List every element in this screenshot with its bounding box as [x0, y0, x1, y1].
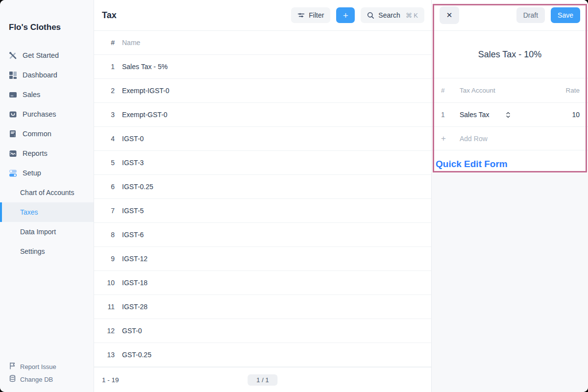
table-row[interactable]: 10IGST-18: [94, 271, 431, 295]
row-index: 13: [102, 351, 115, 359]
tax-list-page: Tax Filter + Search ⌘ K: [94, 0, 431, 392]
quick-edit-header: ✕ Draft Save: [432, 0, 588, 31]
row-name: Exempt-GST-0: [122, 111, 168, 119]
table-row[interactable]: 3Exempt-GST-0: [94, 103, 431, 127]
add-tax-button[interactable]: +: [336, 7, 355, 23]
table-row[interactable]: 9IGST-12: [94, 247, 431, 271]
sidebar-item-settings[interactable]: Settings: [0, 242, 94, 261]
row-name: GST-0.25: [122, 351, 151, 359]
sales-icon: [9, 91, 17, 99]
sidebar-item-get-started[interactable]: Get Started: [0, 46, 94, 65]
row-index: 11: [102, 303, 115, 311]
detail-row-index: 1: [441, 111, 460, 119]
row-index: 1: [102, 63, 115, 71]
table-row[interactable]: 7IGST-5: [94, 199, 431, 223]
column-name: Name: [122, 39, 140, 47]
sidebar-item-dashboard[interactable]: Dashboard: [0, 65, 94, 85]
setup-icon: [9, 169, 17, 177]
purchases-icon: [9, 110, 17, 119]
table-row[interactable]: 12GST-0: [94, 319, 431, 343]
row-index: 12: [102, 327, 115, 335]
row-name: IGST-12: [122, 255, 147, 263]
row-index: 7: [102, 207, 115, 215]
list-footer: 1 - 19 1 / 1: [94, 367, 431, 392]
row-name: Exempt-IGST-0: [122, 87, 169, 95]
reports-icon: [9, 149, 17, 158]
page-title: Tax: [102, 10, 117, 21]
sidebar-item-chart-of-accounts[interactable]: Chart of Accounts: [0, 183, 94, 202]
sidebar: Flo's Clothes Get Started Dashboard Sale…: [0, 0, 94, 392]
add-row-plus-icon: +: [441, 134, 460, 143]
draft-button[interactable]: Draft: [516, 7, 545, 23]
table-row[interactable]: 4IGST-0: [94, 127, 431, 151]
search-icon: [367, 12, 374, 19]
filter-icon: [297, 12, 305, 19]
app-window: Flo's Clothes Get Started Dashboard Sale…: [0, 0, 588, 392]
rate-field[interactable]: 10: [572, 111, 580, 119]
search-label: Search: [378, 11, 400, 19]
change-db-label: Change DB: [20, 376, 53, 383]
sidebar-item-reports[interactable]: Reports: [0, 144, 94, 163]
sidebar-subitem-label: Taxes: [20, 208, 38, 216]
report-issue-link[interactable]: Report Issue: [9, 360, 56, 373]
detail-table-row: 1 Sales Tax 10: [432, 103, 588, 127]
row-name: IGST-3: [122, 159, 144, 167]
table-header: # Name: [94, 31, 431, 55]
add-row-button[interactable]: + Add Row: [432, 127, 588, 150]
tax-name-field[interactable]: Sales Tax - 10%: [478, 49, 542, 60]
tax-account-value: Sales Tax: [460, 111, 489, 119]
close-button[interactable]: ✕: [440, 6, 459, 24]
filter-label: Filter: [309, 11, 324, 19]
filter-button[interactable]: Filter: [291, 7, 330, 23]
row-index: 8: [102, 231, 115, 239]
table-row[interactable]: 11IGST-28: [94, 295, 431, 319]
save-button[interactable]: Save: [551, 7, 580, 23]
sidebar-item-label: Setup: [23, 169, 41, 177]
close-icon: ✕: [446, 11, 453, 20]
tools-icon: [9, 51, 17, 60]
row-index: 6: [102, 183, 115, 191]
row-name: IGST-28: [122, 303, 147, 311]
column-index: #: [102, 39, 115, 47]
report-issue-label: Report Issue: [20, 363, 56, 370]
sidebar-item-common[interactable]: Common: [0, 124, 94, 144]
sidebar-item-purchases[interactable]: Purchases: [0, 104, 94, 124]
table-row[interactable]: 1Sales Tax - 5%: [94, 55, 431, 79]
row-name: IGST-0.25: [122, 183, 153, 191]
add-row-label: Add Row: [460, 135, 488, 143]
sidebar-item-sales[interactable]: Sales: [0, 85, 94, 104]
sidebar-item-label: Dashboard: [23, 71, 57, 79]
row-name: IGST-0: [122, 135, 144, 143]
dashboard-icon: [9, 71, 17, 79]
row-index: 10: [102, 279, 115, 287]
row-name: IGST-18: [122, 279, 147, 287]
row-range: 1 - 19: [102, 376, 119, 384]
table-row[interactable]: 13GST-0.25: [94, 343, 431, 367]
chevron-updown-icon: [506, 111, 511, 119]
flag-icon: [9, 362, 16, 371]
sidebar-item-setup[interactable]: Setup: [0, 163, 94, 183]
row-index: 5: [102, 159, 115, 167]
search-button[interactable]: Search ⌘ K: [361, 7, 424, 23]
detail-column-account: Tax Account: [460, 87, 565, 94]
table-row[interactable]: 2Exempt-IGST-0: [94, 79, 431, 103]
sidebar-item-taxes[interactable]: Taxes: [0, 202, 94, 222]
quick-edit-panel: ✕ Draft Save Sales Tax - 10% # Tax Accou…: [431, 0, 588, 392]
row-name: Sales Tax - 5%: [122, 63, 168, 71]
table-row[interactable]: 6IGST-0.25: [94, 175, 431, 199]
sidebar-subitem-label: Data Import: [20, 228, 56, 236]
row-name: IGST-5: [122, 207, 144, 215]
row-index: 3: [102, 111, 115, 119]
sidebar-nav: Get Started Dashboard Sales Purchases: [0, 46, 94, 261]
sidebar-item-data-import[interactable]: Data Import: [0, 222, 94, 242]
table-row[interactable]: 8IGST-6: [94, 223, 431, 247]
search-shortcut: ⌘ K: [406, 12, 418, 19]
detail-column-index: #: [441, 87, 460, 94]
row-name: GST-0: [122, 327, 142, 335]
table-row[interactable]: 5IGST-3: [94, 151, 431, 175]
change-db-link[interactable]: Change DB: [9, 373, 56, 386]
tax-account-select[interactable]: Sales Tax: [460, 111, 572, 119]
page-indicator[interactable]: 1 / 1: [247, 374, 277, 386]
sidebar-item-label: Common: [23, 130, 51, 138]
row-index: 9: [102, 255, 115, 263]
